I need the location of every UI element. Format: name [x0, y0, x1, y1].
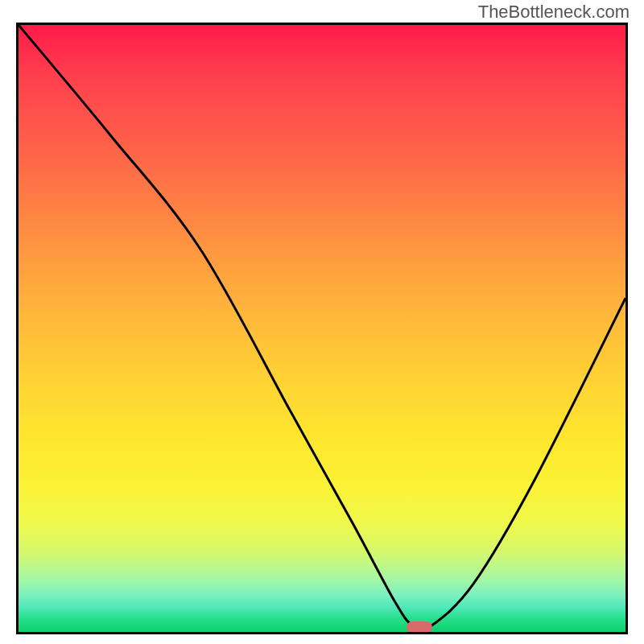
curve-svg: [19, 25, 625, 632]
bottleneck-curve: [19, 25, 625, 630]
watermark-text: TheBottleneck.com: [478, 2, 630, 23]
optimal-marker: [407, 621, 432, 633]
chart-container: TheBottleneck.com: [0, 0, 644, 644]
plot-area: [16, 23, 628, 634]
